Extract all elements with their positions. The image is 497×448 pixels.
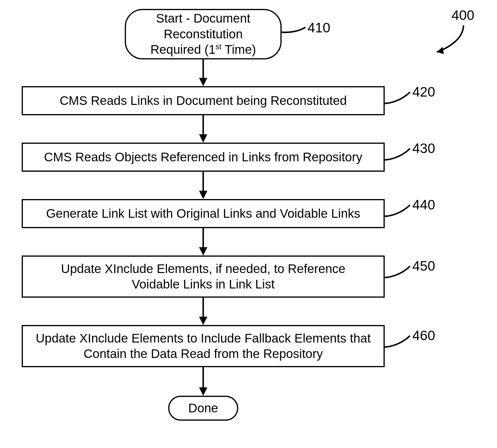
process-460-text: Update XInclude Elements to Include Fall… [24,329,382,364]
svg-marker-6 [199,191,207,199]
process-420-text: CMS Reads Links in Document being Recons… [56,91,351,111]
flowchart-canvas: 400 Start - Document Reconstitution Requ… [0,0,497,448]
process-420: CMS Reads Links in Document being Recons… [22,86,385,115]
process-450: Update XInclude Elements, if needed, to … [22,255,385,298]
svg-marker-0 [437,47,444,54]
start-line3: Required (1st Time) [150,42,256,56]
process-460: Update XInclude Elements to Include Fall… [22,325,385,367]
ref-450: 450 [412,258,435,274]
svg-marker-2 [199,78,207,86]
ref-410: 410 [307,20,330,36]
terminator-start: Start - Document Reconstitution Required… [125,9,282,59]
svg-marker-4 [199,134,207,143]
start-line2: Reconstitution [164,27,243,41]
figure-reference-400: 400 [452,7,474,23]
ref-460: 460 [412,327,435,343]
svg-marker-10 [199,317,207,325]
ref-430: 430 [412,140,435,156]
svg-marker-12 [199,387,207,396]
process-430: CMS Reads Objects Referenced in Links fr… [22,143,385,172]
process-440: Generate Link List with Original Links a… [22,199,385,228]
terminator-done: Done [168,396,238,421]
terminator-done-text: Done [185,399,222,418]
svg-marker-8 [199,247,207,255]
terminator-start-text: Start - Document Reconstitution Required… [147,9,260,59]
process-440-text: Generate Link List with Original Links a… [42,204,364,223]
ref-440: 440 [412,197,435,213]
ref-420: 420 [412,84,435,100]
start-line1: Start - Document [156,11,250,25]
process-450-text: Update XInclude Elements, if needed, to … [39,259,367,294]
process-430-text: CMS Reads Objects Referenced in Links fr… [40,148,366,167]
